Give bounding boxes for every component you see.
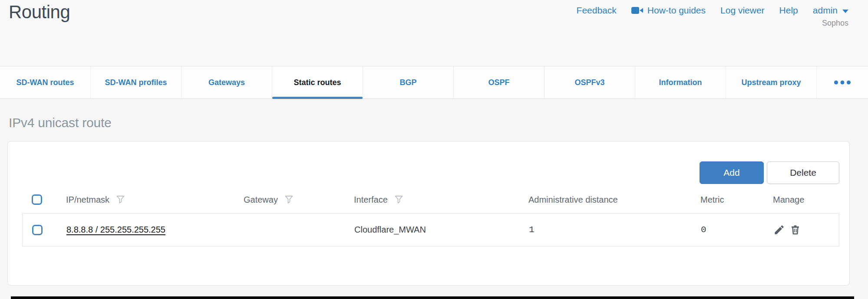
tab-ospf[interactable]: OSPF: [454, 66, 545, 99]
header-nav: Feedback How-to guides Log viewer Help a…: [577, 5, 848, 16]
column-manage: Manage: [773, 195, 804, 205]
tab-gateways[interactable]: Gateways: [182, 66, 272, 99]
interface-cell: Cloudflare_MWAN: [354, 225, 526, 235]
content-area: IPv4 unicast route Add Delete IP/netmask…: [0, 99, 868, 299]
filter-icon[interactable]: [284, 194, 294, 207]
tab-upstream-proxy[interactable]: Upstream proxy: [726, 66, 817, 99]
delete-icon[interactable]: [789, 224, 801, 236]
howto-guides-label: How-to guides: [647, 5, 706, 16]
tab-ospfv3[interactable]: OSPFv3: [545, 66, 635, 99]
section-heading: IPv4 unicast route: [9, 115, 868, 130]
route-link[interactable]: 8.8.8.8 / 255.255.255.255: [66, 225, 165, 235]
video-camera-icon: [631, 6, 644, 15]
admin-menu[interactable]: admin: [813, 5, 848, 16]
add-button[interactable]: Add: [700, 161, 764, 184]
table-toolbar: Add Delete: [700, 161, 839, 184]
caret-down-icon: [842, 10, 848, 13]
page-header: Routing Feedback How-to guides Log viewe…: [0, 0, 868, 66]
page-title: Routing: [9, 2, 70, 23]
table-header: IP/netmask Gateway Interface Administrat…: [22, 188, 839, 211]
filter-icon[interactable]: [116, 194, 125, 207]
routes-card: Add Delete IP/netmask Gateway Interface: [7, 141, 850, 286]
delete-button[interactable]: Delete: [767, 161, 839, 184]
row-checkbox[interactable]: [32, 225, 43, 235]
tab-overflow-button[interactable]: [817, 66, 868, 99]
metric-cell: 0: [698, 225, 771, 235]
ellipsis-icon: [834, 80, 851, 85]
howto-guides-link[interactable]: How-to guides: [631, 5, 706, 16]
column-interface: Interface: [354, 195, 388, 205]
column-ip-netmask: IP/netmask: [66, 195, 109, 205]
filter-icon[interactable]: [394, 194, 404, 207]
column-administrative-distance: Administrative distance: [528, 195, 618, 205]
manage-cell: [771, 224, 839, 236]
tab-static-routes[interactable]: Static routes: [272, 66, 363, 99]
help-link[interactable]: Help: [779, 5, 798, 16]
admin-menu-label: admin: [813, 5, 838, 16]
window-edge: [11, 296, 854, 299]
column-metric: Metric: [700, 195, 724, 205]
select-all-checkbox[interactable]: [32, 194, 42, 205]
tab-bar: SD-WAN routes SD-WAN profiles Gateways S…: [0, 66, 868, 99]
tab-sdwan-profiles[interactable]: SD-WAN profiles: [91, 66, 182, 99]
edit-icon[interactable]: [773, 224, 785, 236]
org-label: Sophos: [577, 19, 848, 28]
log-viewer-link[interactable]: Log viewer: [720, 5, 765, 16]
administrative-distance-cell: 1: [526, 225, 698, 235]
feedback-link[interactable]: Feedback: [577, 5, 617, 16]
tab-bgp[interactable]: BGP: [363, 66, 454, 99]
table-row: 8.8.8.8 / 255.255.255.255 Cloudflare_MWA…: [22, 213, 839, 246]
column-gateway: Gateway: [244, 195, 278, 205]
tab-information[interactable]: Information: [635, 66, 726, 99]
header-utility-area: Feedback How-to guides Log viewer Help a…: [577, 5, 848, 28]
tab-sdwan-routes[interactable]: SD-WAN routes: [0, 66, 91, 99]
